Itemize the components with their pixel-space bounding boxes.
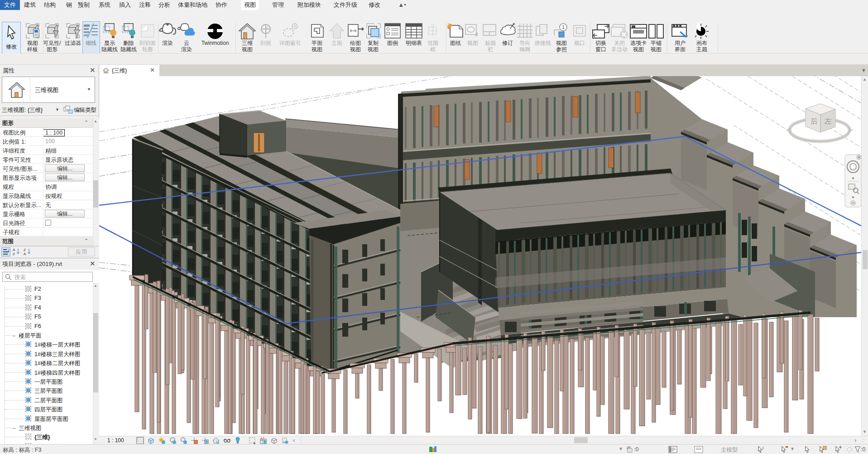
svg-text:Z: Z <box>13 252 15 256</box>
svg-text:A: A <box>13 248 15 252</box>
svg-text:左: 左 <box>825 117 832 125</box>
svg-text:1: 1 <box>562 24 565 30</box>
svg-text:Z: Z <box>24 248 26 252</box>
svg-text:A: A <box>24 252 26 256</box>
svg-text:后: 后 <box>810 117 818 125</box>
